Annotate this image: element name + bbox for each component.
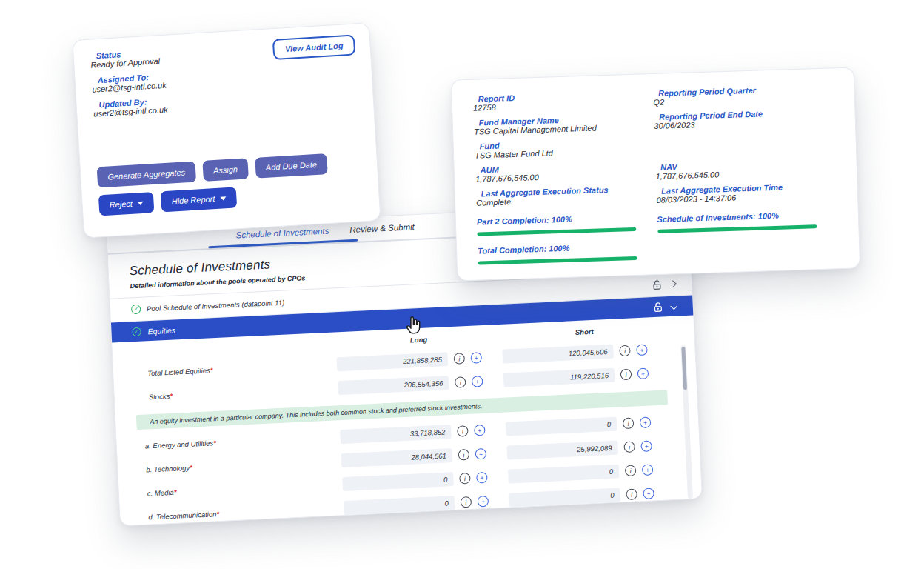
- status-card: Status Ready for Approval Assigned To: u…: [72, 22, 381, 238]
- long-value-input[interactable]: 28,044,561: [341, 448, 453, 467]
- page: Schedule of Investments Review & Submit …: [0, 0, 924, 569]
- info-icon[interactable]: i: [458, 449, 470, 461]
- short-value-input[interactable]: 0: [509, 488, 620, 507]
- chevron-down-icon[interactable]: [670, 302, 677, 310]
- view-audit-log-button[interactable]: View Audit Log: [272, 35, 355, 61]
- info-icon[interactable]: i: [455, 376, 466, 388]
- required-marker: *: [213, 439, 216, 447]
- report-details-card: Report ID 12758 Fund Manager Name TSG Ca…: [451, 67, 860, 282]
- check-circle-icon: ✓: [131, 305, 141, 315]
- row-label: d. Telecommunication: [148, 510, 216, 521]
- table-scrollbar[interactable]: [680, 345, 693, 499]
- required-marker: *: [170, 392, 173, 400]
- equities-table: Long Short Total Listed Equities* 221,85…: [112, 316, 702, 536]
- add-comment-icon[interactable]: +: [478, 496, 489, 508]
- part2-completion-label: Part 2 Completion: 100%: [477, 212, 657, 227]
- caret-down-icon: [220, 196, 226, 200]
- add-comment-icon[interactable]: +: [640, 416, 652, 428]
- add-comment-icon[interactable]: +: [637, 367, 649, 379]
- soi-completion-bar: [657, 224, 817, 233]
- info-icon[interactable]: i: [623, 441, 635, 453]
- row-label: Total Listed Equities: [147, 366, 210, 377]
- info-icon[interactable]: i: [625, 465, 637, 476]
- part2-completion-bar: [477, 227, 636, 236]
- info-icon[interactable]: i: [619, 345, 631, 357]
- hide-report-button[interactable]: Hide Report: [161, 187, 237, 212]
- required-marker: *: [210, 366, 213, 374]
- add-comment-icon[interactable]: +: [472, 376, 483, 387]
- add-due-date-button[interactable]: Add Due Date: [255, 153, 328, 179]
- short-value-input[interactable]: 119,220,516: [503, 368, 615, 387]
- total-completion-bar: [478, 256, 637, 265]
- short-value-input[interactable]: 25,992,089: [506, 441, 618, 460]
- column-header-short: Short: [501, 324, 667, 340]
- required-marker: *: [216, 510, 219, 518]
- info-icon[interactable]: i: [626, 488, 637, 500]
- short-value-input[interactable]: 120,045,606: [502, 345, 614, 364]
- add-comment-icon[interactable]: +: [470, 352, 482, 364]
- reject-button[interactable]: Reject: [98, 192, 155, 216]
- long-value-input[interactable]: 0: [344, 496, 455, 515]
- check-circle-icon: ✓: [132, 327, 141, 336]
- add-comment-icon[interactable]: +: [640, 440, 652, 452]
- required-marker: *: [190, 464, 192, 472]
- info-icon[interactable]: i: [457, 425, 469, 437]
- generate-aggregates-button[interactable]: Generate Aggregates: [97, 162, 196, 188]
- long-value-input[interactable]: 221,858,285: [336, 352, 448, 371]
- total-completion-label: Total Completion: 100%: [478, 241, 658, 256]
- chevron-right-icon[interactable]: [669, 280, 677, 287]
- row-label: b. Technology: [146, 464, 190, 474]
- soi-completion-label: Schedule of Investments: 100%: [657, 209, 837, 224]
- long-value-input[interactable]: 206,554,356: [338, 376, 449, 395]
- long-value-input[interactable]: 0: [342, 472, 454, 491]
- info-icon[interactable]: i: [620, 369, 632, 381]
- reject-button-label: Reject: [109, 199, 133, 210]
- row-label: a. Energy and Utilities: [145, 439, 214, 450]
- row-label: c. Media: [147, 488, 174, 498]
- add-comment-icon[interactable]: +: [642, 464, 654, 476]
- required-marker: *: [173, 488, 176, 496]
- long-value-input[interactable]: 33,718,852: [340, 425, 452, 444]
- add-comment-icon[interactable]: +: [643, 488, 654, 499]
- report-details-left-column: Report ID 12758 Fund Manager Name TSG Ca…: [473, 89, 659, 265]
- hide-report-button-label: Hide Report: [171, 194, 215, 205]
- caret-down-icon: [138, 201, 144, 204]
- add-comment-icon[interactable]: +: [474, 425, 486, 436]
- short-value-input[interactable]: 0: [506, 417, 617, 436]
- cursor-pointer-icon: [404, 316, 424, 341]
- scrollbar-thumb[interactable]: [681, 347, 687, 390]
- add-comment-icon[interactable]: +: [636, 345, 648, 356]
- unlock-icon[interactable]: [652, 279, 662, 290]
- assign-button[interactable]: Assign: [202, 158, 249, 182]
- info-icon[interactable]: i: [623, 417, 635, 429]
- unlock-icon[interactable]: [653, 302, 663, 313]
- short-value-input[interactable]: 0: [508, 465, 620, 484]
- info-icon[interactable]: i: [453, 353, 465, 365]
- info-icon[interactable]: i: [461, 496, 472, 508]
- add-comment-icon[interactable]: +: [475, 448, 487, 460]
- info-icon[interactable]: i: [459, 473, 471, 485]
- add-comment-icon[interactable]: +: [476, 472, 488, 484]
- row-label: Stocks: [148, 392, 170, 401]
- report-details-right-column: Reporting Period Quarter Q2 Reporting Pe…: [653, 83, 839, 259]
